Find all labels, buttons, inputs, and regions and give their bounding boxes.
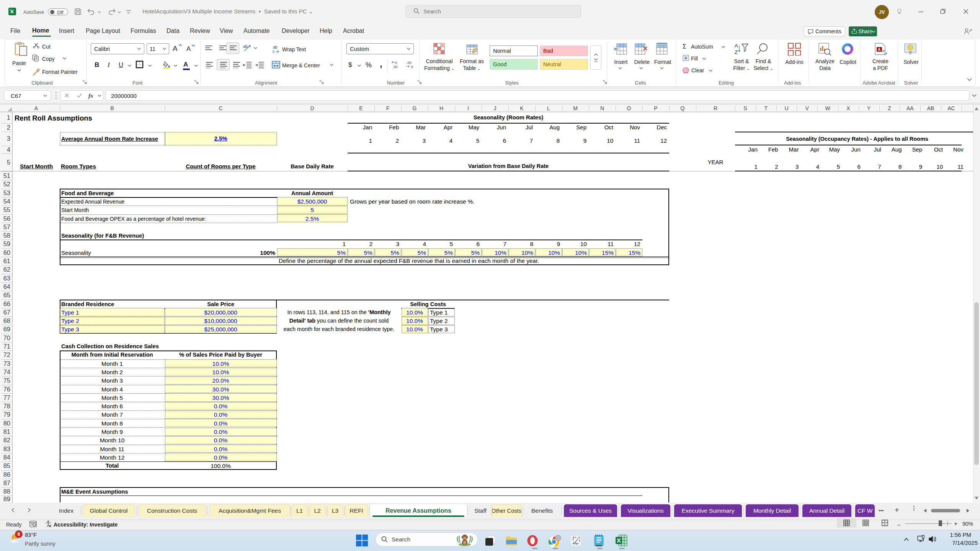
svg-text:.00: .00 <box>393 65 398 69</box>
svg-text:A: A <box>878 47 880 52</box>
svg-text:0: 0 <box>395 61 397 65</box>
svg-text:c: c <box>273 49 274 54</box>
svg-text:A: A <box>735 43 738 49</box>
svg-text:.00: .00 <box>407 61 412 65</box>
svg-text:ab: ab <box>243 44 248 49</box>
svg-text:0: 0 <box>411 65 413 69</box>
svg-text:Z: Z <box>735 49 738 55</box>
